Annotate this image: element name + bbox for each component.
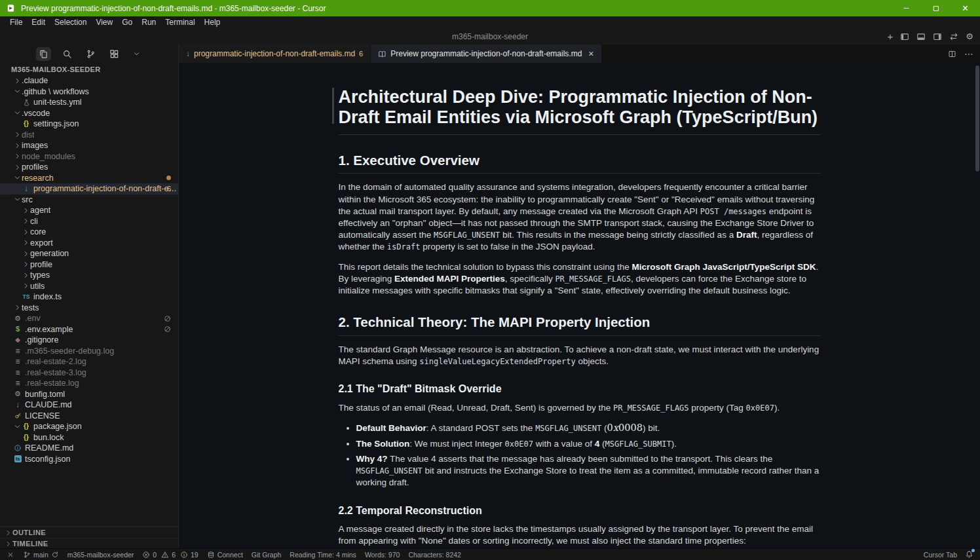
- panel-label: TIMELINE: [12, 540, 48, 548]
- command-center[interactable]: m365-mailbox-seeder: [452, 32, 528, 41]
- tree-item-bunfig-toml[interactable]: ⚙bunfig.toml: [0, 389, 178, 400]
- tree-item-cli[interactable]: cli: [0, 216, 178, 227]
- status-problems[interactable]: 0619: [142, 551, 198, 559]
- maximize-button[interactable]: [921, 0, 951, 16]
- panel-outline[interactable]: OUTLINE: [0, 527, 178, 538]
- cursor-logo-icon: [6, 3, 16, 13]
- layout-sidebar-left-icon[interactable]: [900, 32, 909, 41]
- tree-item-label: utils: [30, 282, 45, 291]
- status-reading-time[interactable]: Reading Time: 4 mins: [290, 551, 356, 559]
- minimize-button[interactable]: ─: [892, 0, 921, 16]
- status-git-graph-label: Git Graph: [252, 551, 282, 559]
- md-paragraph: The status of an email (Read, Unread, Dr…: [339, 402, 821, 414]
- tree-item-label: profiles: [22, 162, 48, 172]
- tree-item-claude[interactable]: .claude: [0, 75, 178, 86]
- md-heading: 1. Executive Overview: [339, 151, 821, 174]
- tab-problem-badge: 6: [359, 50, 363, 58]
- tree-item-github-workflows[interactable]: .github \ workflows: [0, 86, 178, 98]
- sidebar-tool-source-control[interactable]: [83, 47, 98, 61]
- status-notifications[interactable]: [965, 550, 973, 559]
- chevron-right-icon: [22, 250, 29, 257]
- tree-item-readme-md[interactable]: README.md: [0, 443, 178, 454]
- sidebar-tool-search[interactable]: [60, 47, 75, 61]
- layout-panel-icon[interactable]: [916, 32, 926, 41]
- tree-item-vscode[interactable]: .vscode: [0, 108, 178, 119]
- tree-item-agent[interactable]: agent: [0, 205, 178, 216]
- layout-sidebar-right-icon[interactable]: [933, 32, 942, 41]
- md-list-item: Why 4? The value 4 asserts that the mess…: [356, 453, 821, 489]
- tree-item-images[interactable]: images: [0, 140, 178, 151]
- tree-item-core[interactable]: core: [0, 227, 178, 238]
- tree-root[interactable]: M365-MAILBOX-SEEDER: [0, 64, 178, 75]
- tree-item-utils[interactable]: utils: [0, 281, 178, 292]
- tree-item-research[interactable]: research: [0, 173, 178, 184]
- tree-item-tests[interactable]: tests: [0, 303, 178, 314]
- sidebar-tool-files[interactable]: [36, 47, 51, 61]
- status-characters[interactable]: Characters: 8242: [408, 551, 461, 559]
- md-paragraph: This report details the technical soluti…: [339, 261, 821, 297]
- status-branch[interactable]: main: [23, 551, 59, 559]
- more-actions-icon[interactable]: ⋯: [964, 49, 973, 58]
- tree-item-node-modules[interactable]: node_modules: [0, 151, 178, 162]
- sidebar-tool-chevron-down[interactable]: [130, 48, 143, 60]
- tree-item-dist[interactable]: dist: [0, 130, 178, 141]
- menu-terminal[interactable]: Terminal: [160, 18, 199, 27]
- tree-item-real-estate-log[interactable]: ≡.real-estate.log: [0, 378, 178, 389]
- tree-item-claude-md[interactable]: ↓CLAUDE.md: [0, 400, 178, 411]
- menu-go[interactable]: Go: [117, 18, 137, 27]
- tab-preview-md[interactable]: Preview programmatic-injection-of-non-dr…: [371, 45, 601, 63]
- tree-item-programmatic-injection-md[interactable]: ↓programmatic-injection-of-non-draft-ema…: [0, 183, 178, 195]
- tree-item-tsconfig-json[interactable]: tstsconfig.json: [0, 454, 178, 465]
- circle-slash-icon: [164, 315, 171, 322]
- status-cursor-tab[interactable]: Cursor Tab: [924, 551, 957, 559]
- tab-source-md[interactable]: ↓programmatic-injection-of-non-draft-ema…: [179, 45, 370, 63]
- tree-item-gitignore[interactable]: ◆.gitignore: [0, 335, 178, 346]
- gear-icon[interactable]: ⚙: [966, 32, 973, 41]
- gear-file-icon: ⚙: [14, 390, 21, 398]
- window-action-icons: +⚙: [888, 28, 973, 45]
- status-errors[interactable]: 0: [142, 551, 157, 559]
- tree-item-package-json[interactable]: {}package.json: [0, 421, 178, 432]
- tree-item-generation[interactable]: generation: [0, 248, 178, 259]
- sidebar-tool-extensions[interactable]: [107, 47, 122, 61]
- menu-edit[interactable]: Edit: [27, 18, 50, 27]
- menu-file[interactable]: File: [5, 18, 27, 27]
- tree-item-src[interactable]: src: [0, 195, 178, 206]
- md-list: Default Behavior: A standard POST sets t…: [339, 422, 821, 489]
- close-window-button[interactable]: ×: [951, 0, 980, 16]
- tree-item-profile[interactable]: profile: [0, 259, 178, 271]
- status-remote[interactable]: [7, 551, 14, 559]
- swap-arrows-icon[interactable]: [949, 32, 958, 41]
- tree-item-env-example[interactable]: $.env.example: [0, 324, 178, 335]
- tree-item-real-estate-3-log[interactable]: ≡.real-estate-3.log: [0, 367, 178, 379]
- menu-view[interactable]: View: [91, 18, 117, 27]
- menu-help[interactable]: Help: [200, 18, 225, 27]
- menu-run[interactable]: Run: [137, 18, 160, 27]
- status-project[interactable]: m365-mailbox-seeder: [67, 551, 134, 559]
- tree-item-env[interactable]: ⚙.env: [0, 313, 178, 324]
- status-words[interactable]: Words: 970: [365, 551, 400, 559]
- app-window: Preview programmatic-injection-of-non-dr…: [0, 0, 980, 560]
- plus-icon[interactable]: +: [888, 31, 894, 41]
- status-git-graph[interactable]: Git Graph: [252, 551, 282, 559]
- tree-item-license[interactable]: LICENSE: [0, 411, 178, 422]
- tree-item-bun-lock[interactable]: {}bun.lock: [0, 432, 178, 443]
- tree-item-profiles[interactable]: profiles: [0, 162, 178, 173]
- tree-item-real-estate-2-log[interactable]: ≡.real-estate-2.log: [0, 356, 178, 367]
- status-infos[interactable]: 19: [180, 551, 198, 559]
- tree-item-settings-json[interactable]: {}settings.json: [0, 119, 178, 130]
- tree-item-unit-tests-yml[interactable]: unit-tests.yml: [0, 97, 178, 108]
- split-editor-icon[interactable]: [948, 50, 956, 58]
- menu-selection[interactable]: Selection: [50, 18, 91, 27]
- tree-item-m365-seeder-debug-log[interactable]: ≡.m365-seeder-debug.log: [0, 346, 178, 357]
- panel-timeline[interactable]: TIMELINE: [0, 538, 178, 549]
- status-warnings[interactable]: 6: [161, 551, 176, 559]
- chevron-right-icon: [22, 282, 29, 289]
- tab-close-icon[interactable]: ×: [588, 49, 594, 58]
- md-paragraph: The standard Graph Message resource is a…: [339, 344, 821, 367]
- preview-scrollbar[interactable]: [975, 65, 979, 172]
- tree-item-index-ts[interactable]: TSindex.ts: [0, 291, 178, 303]
- tree-item-export[interactable]: export: [0, 238, 178, 249]
- status-connect[interactable]: Connect: [207, 551, 243, 559]
- tree-item-types[interactable]: types: [0, 270, 178, 281]
